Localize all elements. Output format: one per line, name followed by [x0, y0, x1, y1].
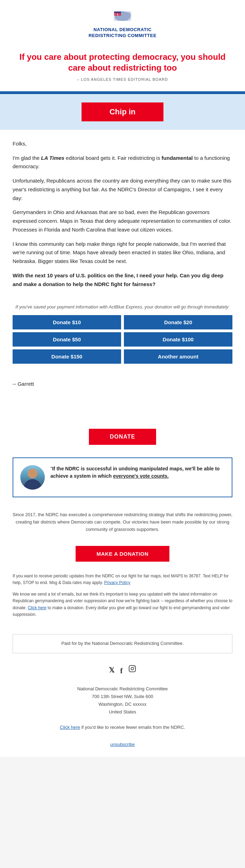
footer-address-line1: 700 13th Street NW, Suite 600: [13, 693, 232, 700]
svg-rect-2: [114, 12, 121, 13]
donation-section: If you've saved your payment information…: [0, 304, 245, 376]
headline-attribution: – LOS ANGELES TIMES EDITORIAL BOARD: [18, 77, 227, 83]
spacer-1: [0, 402, 245, 413]
social-section: 𝕏 f: [0, 659, 245, 682]
la-times-brand: LA Times: [41, 155, 64, 161]
donate-20-button[interactable]: Donate $20: [124, 315, 232, 329]
legal-paragraph-2: We know we send a lot of emails, but we …: [13, 591, 232, 618]
twitter-icon[interactable]: 𝕏: [109, 664, 114, 677]
make-donation-section: MAKE A DONATION: [0, 540, 245, 567]
signature: -- Garrett: [0, 376, 245, 402]
bold-paragraph-5: With the next 10 years of U.S. politics …: [13, 272, 223, 287]
headline-text: If you care about protecting democracy, …: [18, 51, 227, 73]
quote-text: "If the NDRC is successful in undoing ma…: [50, 465, 225, 480]
spacer-2: [0, 413, 245, 423]
chip-in-button[interactable]: Chip in: [82, 102, 164, 121]
fewer-emails-link[interactable]: Click here: [60, 725, 80, 730]
donate-100-button[interactable]: Donate $100: [124, 332, 232, 347]
legal-paragraph-1: If you want to receive periodic updates …: [13, 573, 232, 586]
click-here-link[interactable]: Click here: [28, 605, 46, 610]
body-paragraph-2: Unfortunately, Republicans across the co…: [13, 177, 232, 202]
make-donation-button[interactable]: MAKE A DONATION: [76, 546, 170, 562]
fundamental-word: fundamental: [162, 155, 193, 161]
avatar: [20, 465, 45, 490]
headline-section: If you care about protecting democracy, …: [0, 44, 245, 91]
footer-address: National Democratic Redistricting Commit…: [0, 682, 245, 737]
ndrc-logo-icon: [112, 8, 133, 24]
donate-another-amount-button[interactable]: Another amount: [124, 349, 232, 364]
donate-50-button[interactable]: Donate $50: [13, 332, 121, 347]
body-paragraph-4: I know this community can help make thin…: [13, 240, 232, 266]
social-icons-row: 𝕏 f: [13, 664, 232, 677]
unsubscribe-link[interactable]: unsubscribe: [110, 742, 135, 747]
email-container: NATIONAL DEMOCRATIC REDISTRICTING COMMIT…: [0, 0, 245, 757]
svg-rect-3: [129, 666, 135, 672]
paid-for-box: Paid for by the National Democratic Redi…: [13, 634, 232, 653]
header: NATIONAL DEMOCRATIC REDISTRICTING COMMIT…: [0, 0, 245, 44]
quote-content: If the NDRC is successful in undoing man…: [50, 466, 220, 479]
avatar-image: [20, 465, 45, 490]
donate-150-button[interactable]: Donate $150: [13, 349, 121, 364]
facebook-icon[interactable]: f: [120, 664, 122, 677]
org-name: NATIONAL DEMOCRATIC REDISTRICTING COMMIT…: [7, 27, 238, 39]
body-section: Folks, I'm glad the LA Times editorial b…: [0, 130, 245, 304]
footer-address-line3: United States: [13, 708, 232, 716]
svg-point-5: [134, 667, 134, 667]
body-paragraph-1: I'm glad the LA Times editorial board ge…: [13, 154, 232, 171]
svg-point-4: [131, 667, 133, 670]
about-section: Since 2017, the NDRC has executed a comp…: [0, 504, 245, 540]
quote-box: "If the NDRC is successful in undoing ma…: [13, 457, 232, 497]
donate-10-button[interactable]: Donate $10: [13, 315, 121, 329]
body-paragraph-3: Gerrymanders in Ohio and Arkansas that a…: [13, 208, 232, 234]
footer-address-line2: Washington, DC xxxxxx: [13, 700, 232, 708]
blue-divider-bar: [0, 91, 245, 94]
footer-org-name: National Democratic Redistricting Commit…: [13, 685, 232, 693]
chip-in-banner: Chip in: [0, 94, 245, 130]
privacy-policy-link[interactable]: Privacy Policy: [104, 580, 130, 585]
body-paragraph-5: With the next 10 years of U.S. politics …: [13, 271, 232, 289]
legal-section: If you want to receive periodic updates …: [0, 567, 245, 628]
donate-main-button[interactable]: DONATE: [89, 429, 156, 445]
footer-fewer-emails-prefix: Click here if you'd like to receive fewe…: [60, 725, 185, 730]
salutation: Folks,: [13, 140, 232, 148]
unsubscribe-section: unsubscribe: [0, 737, 245, 757]
avatar-head: [28, 469, 37, 478]
instagram-icon[interactable]: [128, 664, 136, 677]
avatar-body: [24, 479, 41, 490]
donation-info-text: If you've saved your payment information…: [13, 304, 232, 310]
quote-underline: everyone's vote counts.: [113, 473, 169, 479]
donate-button-grid: Donate $10 Donate $20 Donate $50 Donate …: [13, 315, 232, 364]
donate-main-section: DONATE: [0, 423, 245, 450]
